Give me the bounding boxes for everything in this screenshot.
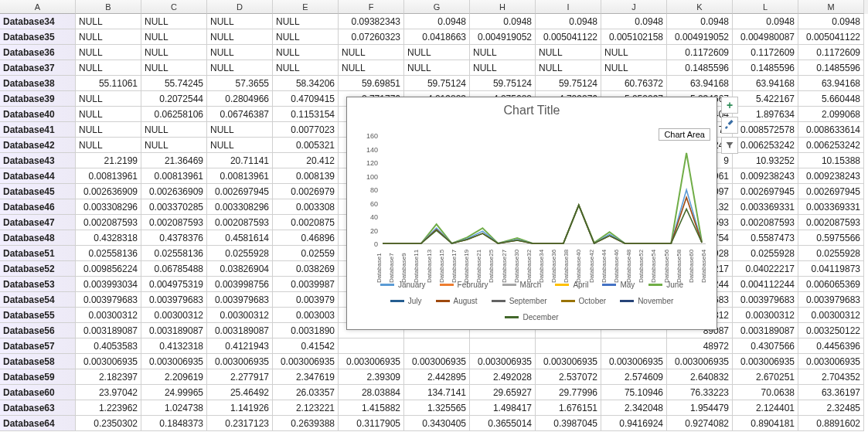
cell[interactable]: 0.0948: [798, 14, 864, 29]
cell[interactable]: 0.0418663: [404, 29, 470, 45]
cell[interactable]: 0.003979: [273, 292, 339, 308]
cell[interactable]: 0.002087593: [76, 215, 141, 230]
cell[interactable]: 55.74245: [141, 76, 207, 91]
cell[interactable]: 0.0020875: [273, 215, 339, 230]
cell[interactable]: NULL: [207, 45, 273, 60]
cell[interactable]: 21.2199: [76, 153, 141, 168]
cell[interactable]: 0.002087593: [207, 215, 273, 230]
cell[interactable]: 0.03826904: [207, 261, 273, 277]
cell[interactable]: 134.7141: [404, 385, 470, 400]
cell[interactable]: [536, 338, 601, 354]
cell[interactable]: 2.704352: [798, 369, 864, 385]
cell[interactable]: 2.277917: [207, 369, 273, 385]
cell[interactable]: 0.038269: [273, 261, 339, 277]
row-name[interactable]: Database63: [0, 400, 76, 416]
cell[interactable]: 0.04022217: [733, 261, 798, 277]
cell[interactable]: 5.660448: [798, 91, 864, 107]
cell[interactable]: 0.005041122: [798, 29, 864, 45]
row-name[interactable]: Database40: [0, 107, 76, 122]
cell[interactable]: 0.003189087: [733, 323, 798, 338]
cell[interactable]: 0.02558136: [76, 246, 141, 261]
cell[interactable]: 0.1172609: [798, 45, 864, 60]
cell[interactable]: 55.11061: [76, 76, 141, 91]
cell[interactable]: 0.9274082: [667, 416, 733, 431]
cell[interactable]: 0.003979683: [76, 292, 141, 308]
cell[interactable]: 0.003006935: [404, 354, 470, 369]
cell[interactable]: 0.003998756: [207, 277, 273, 292]
cell[interactable]: 0.04119873: [798, 261, 864, 277]
cell[interactable]: NULL: [536, 45, 601, 60]
cell[interactable]: NULL: [404, 60, 470, 76]
cell[interactable]: 0.00813961: [141, 168, 207, 184]
cell[interactable]: 0.003189087: [76, 323, 141, 338]
cell[interactable]: 0.002697945: [798, 184, 864, 199]
cell[interactable]: 21.36469: [141, 153, 207, 168]
cell[interactable]: 0.004980087: [733, 29, 798, 45]
cell[interactable]: 2.39309: [339, 369, 404, 385]
cell[interactable]: 0.003979683: [733, 292, 798, 308]
cell[interactable]: 0.0948: [733, 14, 798, 29]
cell[interactable]: 10.15388: [798, 153, 864, 168]
cell[interactable]: 0.0077023: [273, 122, 339, 138]
cell[interactable]: 63.94168: [733, 76, 798, 91]
cell[interactable]: NULL: [76, 60, 141, 76]
cell[interactable]: 0.00300312: [76, 308, 141, 323]
cell[interactable]: 0.003369331: [798, 199, 864, 215]
cell[interactable]: 0.003006935: [273, 354, 339, 369]
cell[interactable]: NULL: [76, 14, 141, 29]
cell[interactable]: [339, 338, 404, 354]
row-name[interactable]: Database56: [0, 323, 76, 338]
cell[interactable]: 0.0031890: [273, 323, 339, 338]
cell[interactable]: 0.008572578: [733, 122, 798, 138]
cell[interactable]: 0.0255928: [733, 246, 798, 261]
col-header-G[interactable]: G: [404, 0, 470, 14]
cell[interactable]: 0.8904181: [733, 416, 798, 431]
row-name[interactable]: Database36: [0, 45, 76, 60]
cell[interactable]: 0.003006935: [207, 354, 273, 369]
cell[interactable]: 0.006253242: [798, 138, 864, 153]
cell[interactable]: NULL: [141, 29, 207, 45]
cell[interactable]: 58.34206: [273, 76, 339, 91]
row-name[interactable]: Database54: [0, 292, 76, 308]
cell[interactable]: NULL: [76, 107, 141, 122]
cell[interactable]: 0.8891602: [798, 416, 864, 431]
cell[interactable]: NULL: [470, 60, 536, 76]
cell[interactable]: 1.676151: [536, 400, 601, 416]
cell[interactable]: 0.1848373: [141, 416, 207, 431]
cell[interactable]: 0.5975566: [798, 230, 864, 246]
cell[interactable]: 0.002636909: [141, 184, 207, 199]
cell[interactable]: NULL: [470, 45, 536, 60]
cell[interactable]: 0.004975319: [141, 277, 207, 292]
cell[interactable]: 0.005041122: [536, 29, 601, 45]
row-name[interactable]: Database52: [0, 261, 76, 277]
cell[interactable]: 0.003006935: [141, 354, 207, 369]
cell[interactable]: 0.006253242: [733, 138, 798, 153]
cell[interactable]: 59.75124: [536, 76, 601, 91]
cell[interactable]: 0.4709415: [273, 91, 339, 107]
cell[interactable]: 0.003308296: [207, 199, 273, 215]
cell[interactable]: 59.75124: [404, 76, 470, 91]
cell[interactable]: 63.94168: [667, 76, 733, 91]
cell[interactable]: 28.03884: [339, 385, 404, 400]
col-header-F[interactable]: F: [339, 0, 404, 14]
cell[interactable]: 0.00300312: [733, 308, 798, 323]
cell[interactable]: 2.32485: [798, 400, 864, 416]
cell[interactable]: 0.4121943: [207, 338, 273, 354]
cell[interactable]: 2.124401: [733, 400, 798, 416]
cell[interactable]: 29.77996: [536, 385, 601, 400]
cell[interactable]: 0.4053583: [76, 338, 141, 354]
cell[interactable]: NULL: [141, 122, 207, 138]
cell[interactable]: 0.003006935: [470, 354, 536, 369]
row-name[interactable]: Database64: [0, 416, 76, 431]
cell[interactable]: 0.5587473: [733, 230, 798, 246]
cell[interactable]: NULL: [536, 60, 601, 76]
col-header-D[interactable]: D: [207, 0, 273, 14]
cell[interactable]: [404, 338, 470, 354]
cell[interactable]: 59.69851: [339, 76, 404, 91]
cell[interactable]: NULL: [141, 60, 207, 76]
cell[interactable]: 29.65927: [470, 385, 536, 400]
col-header-B[interactable]: B: [76, 0, 141, 14]
cell[interactable]: 0.4307566: [733, 338, 798, 354]
cell[interactable]: 0.02559: [273, 246, 339, 261]
cell[interactable]: 0.00813961: [207, 168, 273, 184]
